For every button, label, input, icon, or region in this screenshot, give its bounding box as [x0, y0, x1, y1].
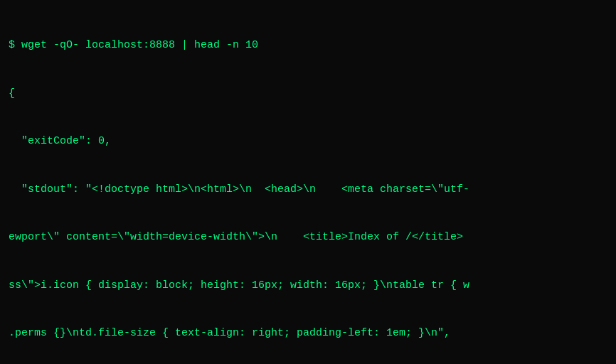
terminal-line-2: {: [9, 86, 607, 102]
terminal-line-7: .perms {}\ntd.file-size { text-align: ri…: [9, 326, 607, 342]
terminal-line-5: ewport\" content=\"width=device-width\">…: [9, 230, 607, 246]
terminal-window: $ wget -qO- localhost:8888 | head -n 10 …: [9, 6, 607, 358]
terminal-line-1: $ wget -qO- localhost:8888 | head -n 10: [9, 38, 607, 54]
terminal-line-6: ss\">i.icon { display: block; height: 16…: [9, 278, 607, 294]
terminal-line-3: "exitCode": 0,: [9, 134, 607, 150]
terminal-line-4: "stdout": "<!doctype html>\n<html>\n <he…: [9, 182, 607, 198]
